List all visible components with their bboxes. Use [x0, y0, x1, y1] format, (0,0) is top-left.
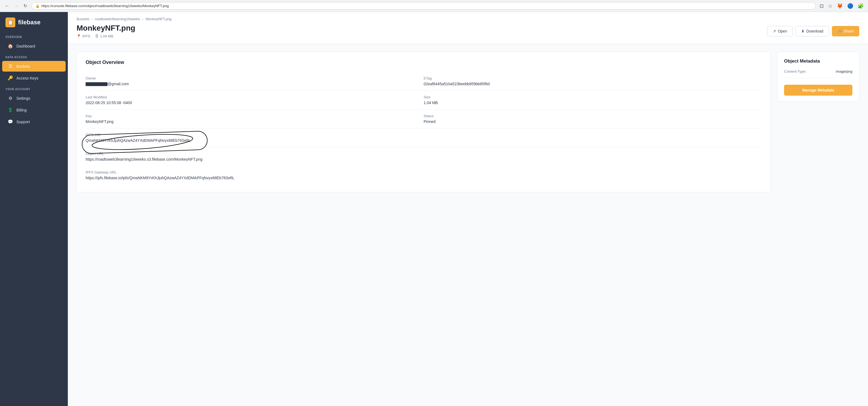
etag-value: 02eaf6445a510a523beebb859bb85f6d [424, 82, 762, 86]
status-field: Status Pinned [424, 109, 762, 128]
content-type-row: Content-Type: image/png [784, 69, 852, 78]
download-icon: ⬇ [801, 29, 805, 33]
sidebar-logo: 📋 filebase [0, 12, 68, 32]
ipfs-cid-label: IPFS CID [86, 133, 762, 137]
sidebar-item-buckets[interactable]: ☰ Buckets [2, 61, 66, 72]
owner-value: @gmail.com [86, 82, 424, 86]
object-url-field: Object URL https://roadtoweb3learning10w… [86, 147, 762, 166]
ipfs-cid-value-container: QmaNKM9YrKhJjuhQAzwAZ4YXdDMAPFqNvyx68Eb7… [86, 138, 762, 143]
url-text: https://console.filebase.com/object/road… [41, 4, 169, 8]
section-label-overview: OVERVIEW [0, 32, 68, 40]
billing-label: Billing [17, 108, 27, 112]
size-field: Size 1.04 MB [424, 91, 762, 109]
lock-icon: 🔒 [36, 4, 40, 8]
access-keys-icon: 🔑 [8, 75, 13, 80]
download-button[interactable]: ⬇ Download [796, 26, 829, 36]
owner-label: Owner [86, 76, 424, 80]
share-button[interactable]: 🔗 Share [832, 26, 859, 36]
breadcrumb-bucket-name[interactable]: roadtoweb3learning10weeks [95, 17, 140, 21]
overview-grid: Owner @gmail.com ETag 02eaf6445a510a523b… [86, 72, 762, 184]
logo-text: filebase [18, 19, 40, 26]
status-label: Status [424, 114, 762, 118]
ipfs-gateway-value: https://ipfs.filebase.io/ipfs/QmaNKM9YrK… [86, 176, 762, 180]
last-modified-value: 2022-08-25 10:55:08 -0400 [86, 101, 424, 105]
last-modified-field: Last Modified 2022-08-25 10:55:08 -0400 [86, 91, 424, 109]
sidebar-item-billing[interactable]: 💲 Billing [2, 105, 66, 115]
breadcrumb-file-name: MonkeyNFT.png [146, 17, 172, 21]
sidebar-item-support[interactable]: 💬 Support [2, 116, 66, 127]
page-title-meta: 📍 IPFS 🗄 1.04 MB [76, 34, 135, 38]
extension-icon3[interactable]: 🧩 [857, 2, 865, 9]
browser-chrome: ← → ↻ 🔒 https://console.filebase.com/obj… [0, 0, 868, 12]
header-actions: ↗ Open ⬇ Download 🔗 Share [767, 26, 859, 36]
content-type-value: image/png [836, 69, 852, 73]
object-url-label: Object URL [86, 151, 762, 156]
page-title-section: MonkeyNFT.png 📍 IPFS 🗄 1.04 MB [76, 24, 135, 38]
settings-label: Settings [17, 96, 30, 101]
db-icon: 🗄 [95, 34, 99, 38]
ipfs-cid-value: QmaNKM9YrKhJjuhQAzwAZ4YXdDMAPFqNvyx68Eb7… [86, 138, 191, 143]
size-label: Size [424, 95, 762, 99]
page-title-row: MonkeyNFT.png 📍 IPFS 🗄 1.04 MB [76, 24, 859, 38]
metadata-card-title: Object Metadata [784, 59, 852, 64]
breadcrumb: Buckets › roadtoweb3learning10weeks › Mo… [76, 17, 859, 21]
ipfs-cid-field: IPFS CID QmaNKM9YrKhJjuhQAzwAZ4YXdDMAPFq… [86, 128, 762, 147]
size-value: 1.04 MB [100, 34, 113, 38]
open-icon: ↗ [773, 29, 776, 33]
page-title: MonkeyNFT.png [76, 24, 135, 33]
sidebar-item-dashboard[interactable]: 🏠 Dashboard [2, 41, 66, 52]
breadcrumb-sep-1: › [91, 17, 92, 21]
extension-icon2[interactable]: 🔵 [846, 2, 854, 9]
meta-size: 🗄 1.04 MB [95, 34, 113, 38]
breadcrumb-sep-2: › [142, 17, 143, 21]
breadcrumb-buckets[interactable]: Buckets [76, 17, 89, 21]
last-modified-label: Last Modified [86, 95, 424, 99]
metadata-card: Object Metadata Content-Type: image/png … [777, 52, 859, 101]
object-overview-card: Object Overview Owner @gmail.com ETag 02… [76, 52, 771, 192]
section-label-data-access: DATA ACCESS [0, 52, 68, 60]
manage-metadata-button[interactable]: Manage Metadata [784, 85, 852, 96]
forward-button[interactable]: → [12, 2, 20, 9]
dashboard-icon: 🏠 [8, 43, 13, 48]
buckets-icon: ☰ [8, 64, 13, 69]
extension-icon1[interactable]: 🦊 [836, 2, 844, 9]
key-label: Key [86, 114, 424, 118]
size-value: 1.04 MB [424, 101, 762, 105]
browser-actions: ⊡ ☆ 🦊 🔵 🧩 [818, 2, 865, 9]
address-bar[interactable]: 🔒 https://console.filebase.com/object/ro… [31, 2, 816, 9]
open-button[interactable]: ↗ Open [767, 26, 793, 36]
billing-icon: 💲 [8, 107, 13, 112]
status-value: Pinned [424, 120, 762, 124]
buckets-label: Buckets [17, 64, 30, 69]
back-button[interactable]: ← [3, 2, 11, 9]
sidebar: 📋 filebase OVERVIEW 🏠 Dashboard DATA ACC… [0, 12, 68, 406]
support-icon: 💬 [8, 119, 13, 124]
key-field: Key MonkeyNFT.png [86, 109, 424, 128]
bookmark-icon[interactable]: ☆ [827, 2, 834, 9]
logo-icon: 📋 [5, 18, 15, 27]
download-label: Download [806, 29, 823, 33]
owner-suffix: @gmail.com [107, 82, 129, 86]
share-label: Share [844, 29, 854, 33]
app-layout: 📋 filebase OVERVIEW 🏠 Dashboard DATA ACC… [0, 12, 868, 406]
sidebar-item-access-keys[interactable]: 🔑 Access Keys [2, 73, 66, 83]
object-url-value: https://roadtoweb3learning10weeks.s3.fil… [86, 157, 762, 162]
network-value: IPFS [82, 34, 90, 38]
support-label: Support [17, 120, 30, 124]
overview-card-title: Object Overview [86, 60, 762, 65]
page-header: Buckets › roadtoweb3learning10weeks › Mo… [68, 12, 868, 44]
content-area: Object Overview Owner @gmail.com ETag 02… [68, 44, 868, 200]
screenshot-icon[interactable]: ⊡ [818, 2, 825, 9]
key-value: MonkeyNFT.png [86, 120, 424, 124]
etag-label: ETag [424, 76, 762, 80]
section-label-account: YOUR ACCOUNT [0, 84, 68, 92]
share-icon: 🔗 [837, 29, 842, 33]
etag-field: ETag 02eaf6445a510a523beebb859bb85f6d [424, 72, 762, 91]
access-keys-label: Access Keys [17, 76, 38, 80]
reload-button[interactable]: ↻ [22, 2, 29, 9]
ipfs-gateway-field: IPFS Gateway URL https://ipfs.filebase.i… [86, 166, 762, 184]
content-type-label: Content-Type: [784, 69, 806, 73]
ipfs-gateway-label: IPFS Gateway URL [86, 170, 762, 174]
main-content: Buckets › roadtoweb3learning10weeks › Mo… [68, 12, 868, 406]
sidebar-item-settings[interactable]: ⚙ Settings [2, 93, 66, 104]
